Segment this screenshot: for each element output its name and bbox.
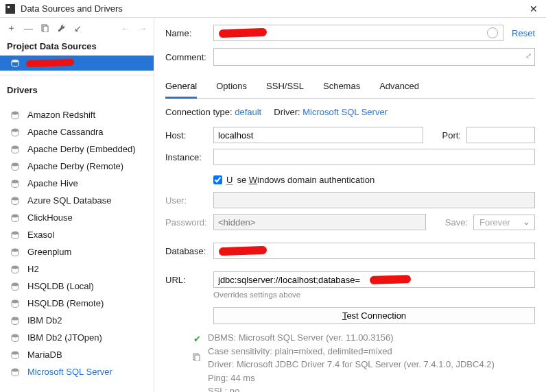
copy-icon[interactable] xyxy=(41,24,49,32)
svg-point-12 xyxy=(12,231,19,234)
database-label: Database: xyxy=(165,246,208,256)
driver-icon xyxy=(10,350,21,360)
windows-auth-checkbox-row[interactable]: Use Windows domain authentication xyxy=(213,175,535,185)
driver-icon xyxy=(10,316,21,326)
driver-item-hsqldb-remote-[interactable]: HSQLDB (Remote) xyxy=(0,295,154,312)
driver-label: H2 xyxy=(27,264,39,274)
svg-point-17 xyxy=(12,317,19,320)
windows-auth-label: se Windows domain authentication xyxy=(237,175,375,185)
driver-item-clickhouse[interactable]: ClickHouse xyxy=(0,209,154,226)
project-data-sources-header: Project Data Sources xyxy=(0,38,154,56)
tab-schemas[interactable]: Schemas xyxy=(323,77,360,98)
driver-item-apache-hive[interactable]: Apache Hive xyxy=(0,175,154,192)
driver-label: Apache Hive xyxy=(27,178,78,188)
instance-input[interactable] xyxy=(213,149,535,165)
revert-icon[interactable]: ↙ xyxy=(74,23,82,34)
driver-item-apache-cassandra[interactable]: Apache Cassandra xyxy=(0,123,154,140)
expand-icon[interactable]: ⤢ xyxy=(525,51,532,60)
driver-icon xyxy=(10,196,21,206)
save-select: Forever xyxy=(473,215,535,230)
close-button[interactable]: ✕ xyxy=(527,3,541,14)
tab-general[interactable]: General xyxy=(165,77,197,99)
driver-item-amazon-redshift[interactable]: Amazon Redshift xyxy=(0,106,154,123)
driver-icon xyxy=(10,367,21,377)
driver-label: Microsoft SQL Server xyxy=(27,367,112,377)
connection-type-line: Connection type: default Driver: Microso… xyxy=(165,107,535,117)
svg-point-20 xyxy=(12,368,19,371)
add-icon[interactable]: ＋ xyxy=(7,22,16,34)
tab-options[interactable]: Options xyxy=(216,77,247,98)
comment-label: Comment: xyxy=(165,52,213,62)
app-icon xyxy=(5,4,15,14)
driver-icon xyxy=(10,162,21,171)
remove-icon[interactable]: — xyxy=(24,23,33,34)
driver-item-mariadb[interactable]: MariaDB xyxy=(0,346,154,363)
driver-item-apache-derby-embedded-[interactable]: Apache Derby (Embedded) xyxy=(0,140,154,158)
wrench-icon[interactable] xyxy=(58,24,66,32)
driver-item-hsqldb-local-[interactable]: HSQLDB (Local) xyxy=(0,278,154,295)
info-dbms: DBMS: Microsoft SQL Server (ver. 11.00.3… xyxy=(208,331,495,345)
redacted-database-value xyxy=(219,246,267,256)
driver-label: ClickHouse xyxy=(27,212,73,223)
drivers-header: Drivers xyxy=(0,82,154,99)
svg-point-13 xyxy=(12,248,19,252)
comment-input[interactable]: ⤢ xyxy=(213,48,535,66)
svg-rect-22 xyxy=(195,355,200,361)
save-label: Save: xyxy=(445,217,468,228)
test-connection-button[interactable]: Test Connection xyxy=(213,307,535,324)
color-indicator-icon[interactable] xyxy=(487,27,498,38)
driver-item-h2[interactable]: H2 xyxy=(0,260,154,278)
svg-rect-1 xyxy=(8,6,10,8)
url-label: URL: xyxy=(165,275,208,285)
driver-value[interactable]: Microsoft SQL Server xyxy=(302,107,388,117)
driver-item-azure-sql-database[interactable]: Azure SQL Database xyxy=(0,192,154,209)
svg-point-11 xyxy=(12,214,19,217)
tab-ssh-ssl[interactable]: SSH/SSL xyxy=(266,77,304,98)
host-label: Host: xyxy=(165,130,208,140)
port-input[interactable] xyxy=(466,127,535,143)
svg-point-14 xyxy=(12,265,19,269)
check-icon: ✔ xyxy=(193,332,201,346)
driver-label: IBM Db2 xyxy=(27,315,62,326)
redacted-url-suffix xyxy=(370,275,411,284)
driver-icon xyxy=(10,127,21,137)
svg-point-9 xyxy=(12,180,19,183)
driver-item-greenplum[interactable]: Greenplum xyxy=(0,243,154,260)
info-ping: Ping: 44 ms xyxy=(208,371,495,385)
driver-item-exasol[interactable]: Exasol xyxy=(0,226,154,243)
instance-label: Instance: xyxy=(165,152,208,162)
port-label: Port: xyxy=(442,130,461,140)
back-icon[interactable]: ← xyxy=(121,23,130,34)
driver-icon xyxy=(10,282,21,291)
forward-icon[interactable]: → xyxy=(138,23,147,34)
titlebar: Data Sources and Drivers ✕ xyxy=(0,0,546,18)
driver-icon xyxy=(10,179,21,188)
driver-icon xyxy=(10,247,21,257)
copy-info-icon[interactable] xyxy=(193,352,201,365)
driver-item-ibm-db2-jtopen-[interactable]: IBM Db2 (JTOpen) xyxy=(0,329,154,346)
sidebar: ＋ — ↙ ← → Project Data Sources Drivers A… xyxy=(0,18,154,392)
windows-auth-checkbox[interactable] xyxy=(213,175,222,184)
driver-label: Exasol xyxy=(27,230,54,240)
user-input xyxy=(213,192,535,208)
tab-advanced[interactable]: Advanced xyxy=(379,77,419,98)
sidebar-toolbar: ＋ — ↙ ← → xyxy=(0,18,154,38)
driver-label: IBM Db2 (JTOpen) xyxy=(27,332,102,343)
driver-item-ibm-db2[interactable]: IBM Db2 xyxy=(0,312,154,329)
driver-item-apache-derby-remote-[interactable]: Apache Derby (Remote) xyxy=(0,158,154,175)
connection-info: ✔ DBMS: Microsoft SQL Server (ver. 11.00… xyxy=(193,331,535,392)
data-source-item[interactable] xyxy=(0,56,154,71)
driver-label: Azure SQL Database xyxy=(27,195,111,206)
redacted-name-value xyxy=(219,28,267,38)
svg-point-7 xyxy=(12,145,19,149)
connection-type-value[interactable]: default xyxy=(235,107,261,117)
reset-link[interactable]: Reset xyxy=(512,28,535,38)
svg-point-10 xyxy=(12,197,19,200)
main-panel: Name: Reset Comment: ⤢ GeneralOptionsSSH… xyxy=(154,18,546,392)
host-input[interactable] xyxy=(213,127,423,143)
info-driver: Driver: Microsoft JDBC Driver 7.4 for SQ… xyxy=(208,358,495,371)
svg-point-8 xyxy=(12,162,19,166)
password-label: Password: xyxy=(165,217,208,228)
driver-item-microsoft-sql-server[interactable]: Microsoft SQL Server xyxy=(0,363,154,380)
driver-icon xyxy=(10,213,21,223)
